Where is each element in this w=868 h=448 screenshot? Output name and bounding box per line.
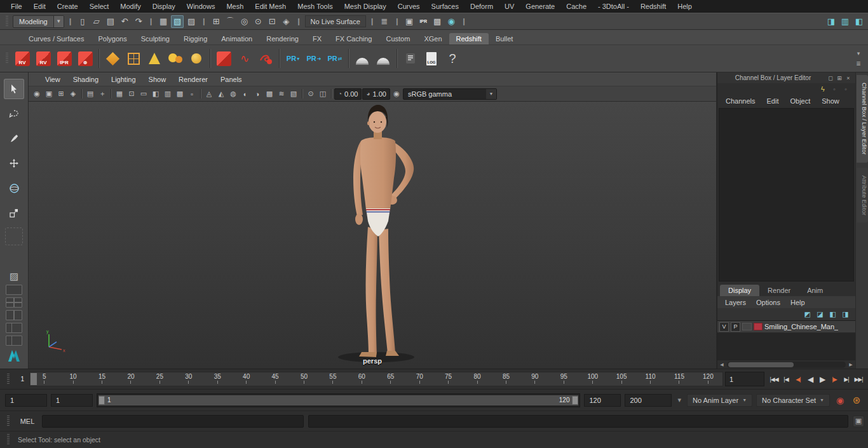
camera-attributes-icon[interactable]: ⊞ [55,88,67,100]
menubar-item[interactable]: Cache [560,0,592,13]
menubar-item[interactable]: UV [499,0,520,13]
shelf-tab-fx[interactable]: FX [306,33,329,44]
timeline-ruler[interactable]: 5101520253035404550556065707580859095100… [29,372,723,386]
viewport-canvas[interactable]: y x persp [29,102,716,369]
playback-end-field[interactable]: 120 [584,394,621,407]
redo-icon[interactable]: ↷ [132,15,145,28]
view-transform-dropdown[interactable]: sRGB gamma ▼ [403,88,497,100]
menubar-item[interactable]: Mesh [220,0,249,13]
gate-mask-icon[interactable]: ◧ [150,88,161,100]
move-tool-button[interactable] [4,153,24,173]
open-scene-icon[interactable]: ▱ [90,15,103,28]
scroll-right-icon[interactable]: ▶ [846,361,855,369]
screen-space-ao-icon[interactable]: ▩ [264,88,275,100]
motion-blur-icon[interactable]: ≋ [276,88,287,100]
menubar-item[interactable]: Curves [392,0,426,13]
redshift-pr-export-icon[interactable]: PR➜ [304,47,324,70]
group-expander-icon[interactable]: ❙ [146,17,156,25]
group-expander-icon[interactable]: ❙ [367,17,377,25]
timeline-tick-label[interactable]: 10 [58,373,87,386]
redshift-volume-icon[interactable] [123,47,144,70]
select-camera-icon[interactable]: ◉ [31,88,43,100]
character-set-dropdown[interactable]: No Character Set ▼ [756,394,830,407]
isolate-select-icon[interactable]: ⊙ [305,88,316,100]
live-surface-field[interactable]: No Live Surface [305,15,366,27]
redshift-hair-icon[interactable] [255,47,276,70]
redshift-help-icon[interactable]: ? [442,47,463,70]
layer-editor-menu-item[interactable]: Options [751,299,785,306]
timeline-tick-label[interactable]: 20 [116,373,145,386]
image-plane-icon[interactable]: ▤ [85,88,96,100]
exposure-field[interactable]: ◔ 0.00 [334,88,362,100]
snap-view-plane-icon[interactable]: ⊡ [266,15,278,28]
shelf-menu-icon[interactable]: ▾ [853,49,864,58]
time-slider-grip[interactable] [7,374,10,385]
timeline-tick-label[interactable]: 80 [463,373,491,386]
make-live-icon[interactable]: ◈ [280,15,292,28]
layout-two-pane-side-button[interactable] [6,310,22,320]
textured-display-icon[interactable]: ◍ [227,88,239,100]
play-backwards-button[interactable]: ◀ [804,373,816,386]
timeline-tick-label[interactable]: 75 [434,373,463,386]
select-hierarchy-icon[interactable]: ▦ [157,15,170,28]
scrollbar-track[interactable] [727,362,846,368]
channel-box-menu-item[interactable]: Show [816,97,845,105]
last-tool-slot[interactable] [5,227,23,245]
new-empty-layer-icon[interactable]: ◧ [828,309,837,319]
menubar-item[interactable]: Help [672,0,698,13]
layout-four-pane-button[interactable] [6,297,22,308]
timeline-tick-label[interactable]: 60 [348,373,376,386]
xray-display-icon[interactable]: ◫ [317,88,329,100]
timeline-tick-label[interactable]: 35 [203,373,232,386]
shelf-tab-redshift[interactable]: Redshift [449,33,489,44]
redshift-proxy-icon[interactable] [102,47,123,70]
shadows-toggle-icon[interactable]: ◑ [252,88,263,100]
redshift-toon-material-icon[interactable] [165,47,186,70]
select-object-icon[interactable]: ▧ [171,15,184,28]
tab-render-layers[interactable]: Render [759,285,799,296]
panel-menu-item[interactable]: Panels [214,76,248,83]
speed-state-icon[interactable]: ϟ [818,85,827,93]
timeline-tick-label[interactable]: 85 [492,373,520,386]
undo-icon[interactable]: ↶ [118,15,131,28]
timeline-tick-label[interactable]: 40 [232,373,261,386]
animation-end-field[interactable]: 200 [625,394,672,407]
channel-box-menu-item[interactable]: Edit [761,97,784,105]
layout-single-pane-button[interactable] [6,285,22,295]
lasso-tool-button[interactable] [4,104,24,124]
shelf-grip[interactable] [6,53,8,64]
redshift-renderview-snapshot-icon[interactable]: RV [33,47,53,70]
select-tool-button[interactable] [4,79,24,99]
timeline-tick-label[interactable]: 90 [520,373,549,386]
redshift-object-settings-icon[interactable] [214,47,234,70]
new-scene-icon[interactable]: ▯ [76,15,89,28]
timeline-tick-label[interactable]: 95 [550,373,578,386]
menubar-item[interactable]: Modify [114,0,146,13]
multisample-aa-icon[interactable]: ▧ [288,88,299,100]
timeline-tick-label[interactable]: 105 [607,373,635,386]
step-back-frame-button[interactable]: |◀ [780,373,792,386]
timeline-tick-label[interactable]: 5 [30,373,58,386]
texture-checker-icon[interactable]: ▨ [10,271,18,282]
panel-menu-item[interactable]: Show [142,76,173,83]
panel-menu-item[interactable]: Renderer [172,76,214,83]
menubar-item[interactable]: Create [51,0,84,13]
channel-list-area[interactable] [719,108,854,282]
redshift-dome-light-icon[interactable] [352,47,372,70]
channel-box-menu-item[interactable]: Object [784,97,816,105]
redshift-render-settings-icon[interactable]: ⊛ [75,47,95,70]
timeline-tick-label[interactable]: 15 [88,373,116,386]
group-expander-icon[interactable]: ❙ [199,17,208,25]
menubar-item[interactable]: Select [84,0,115,13]
timeline-tick-label[interactable]: 120 [694,373,722,386]
panel-menu-item[interactable]: Lighting [105,76,142,83]
shelf-tab-bullet[interactable]: Bullet [489,33,520,44]
timeline-tick-label[interactable]: 50 [290,373,318,386]
animation-preferences-icon[interactable]: ⊛ [850,394,863,407]
menu-set-dropdown[interactable]: Modeling ▼ [13,15,64,28]
redshift-pr-convert-icon[interactable]: PR⇄ [325,47,345,70]
popout-panel-icon[interactable]: ⊞ [835,74,844,83]
playback-options-icon[interactable]: ▾ [675,396,683,404]
timeline-tick-label[interactable]: 110 [636,373,665,386]
range-end-handle[interactable] [572,396,578,405]
